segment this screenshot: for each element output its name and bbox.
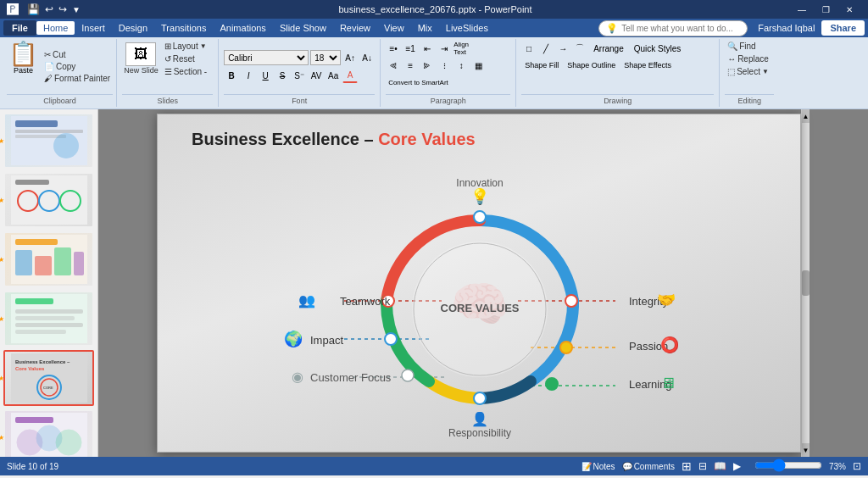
menu-design[interactable]: Design xyxy=(112,21,154,35)
paste-button[interactable]: 📋 Paste xyxy=(7,41,40,92)
cut-button[interactable]: ✂Cut xyxy=(42,49,113,60)
svg-rect-1 xyxy=(15,120,58,127)
menu-slideshow[interactable]: Slide Show xyxy=(273,21,333,35)
slide-title-red: Core Values xyxy=(378,130,476,148)
slide-thumb-8[interactable]: 8 ★ xyxy=(3,231,94,287)
status-right: 📝Notes 💬Comments ⊞ ⊟ 📖 ▶ 73% ⊡ xyxy=(581,459,862,473)
select-button[interactable]: ⬚Select▼ xyxy=(725,66,771,77)
svg-rect-19 xyxy=(15,316,75,320)
slide-thumb-7[interactable]: 7 ★ xyxy=(3,172,94,228)
numbering-btn[interactable]: ≡1 xyxy=(403,41,418,56)
find-button[interactable]: 🔍Find xyxy=(725,41,758,52)
view-slide-sorter-btn[interactable]: ⊟ xyxy=(698,460,707,472)
menu-mix[interactable]: Mix xyxy=(411,21,439,35)
svg-point-53 xyxy=(385,333,397,345)
shape-effects-btn[interactable]: Shape Effects xyxy=(620,58,675,73)
menu-view[interactable]: View xyxy=(377,21,411,35)
convert-smartart-btn[interactable]: Convert to SmartArt xyxy=(386,75,451,90)
align-center-btn[interactable]: ≡ xyxy=(403,58,418,73)
menu-review[interactable]: Review xyxy=(333,21,377,35)
strikethrough-button[interactable]: S xyxy=(275,68,290,83)
char-spacing-btn[interactable]: AV xyxy=(309,68,324,83)
font-family-select[interactable]: Calibri xyxy=(224,50,309,65)
tell-me-box[interactable]: 💡 xyxy=(598,20,748,36)
slide-thumb-11[interactable]: 11 ★ xyxy=(3,409,94,457)
shape-outline-btn[interactable]: Shape Outline xyxy=(564,58,619,73)
font-row1: Calibri 18 A↑ A↓ xyxy=(224,50,375,65)
bold-button[interactable]: B xyxy=(224,68,239,83)
italic-button[interactable]: I xyxy=(241,68,256,83)
view-slideshow-btn[interactable]: ▶ xyxy=(733,460,741,472)
font-label: Font xyxy=(224,94,375,105)
section-button[interactable]: ☰Section - xyxy=(162,66,209,77)
fit-slide-btn[interactable]: ⊡ xyxy=(853,460,861,472)
ribbon-content: 📋 Paste ✂Cut 📄Copy 🖌Format Painter Clipb… xyxy=(0,37,868,108)
comments-btn[interactable]: 💬Comments xyxy=(622,462,675,471)
close-btn[interactable]: ✕ xyxy=(837,0,861,19)
reset-button[interactable]: ↺Reset xyxy=(162,53,209,64)
user-name: Farshad Iqbal xyxy=(758,23,815,33)
notes-btn[interactable]: 📝Notes xyxy=(581,462,615,471)
line-spacing-btn[interactable]: ↕ xyxy=(453,58,469,73)
copy-button[interactable]: 📄Copy xyxy=(42,61,113,72)
view-normal-btn[interactable]: ⊞ xyxy=(682,459,692,473)
font-color-btn[interactable]: A xyxy=(342,68,358,83)
columns-btn[interactable]: ▦ xyxy=(470,58,486,73)
svg-text:CORE VALUES: CORE VALUES xyxy=(441,302,520,314)
slide-thumb-10[interactable]: 10 ★ Business Excellence – Core Values C… xyxy=(3,350,94,406)
menu-transitions[interactable]: Transitions xyxy=(154,21,213,35)
slide-thumb-9[interactable]: 9 ★ xyxy=(3,291,94,347)
increase-font-btn[interactable]: A↑ xyxy=(342,50,358,65)
arrange-btn[interactable]: Arrange xyxy=(589,41,628,56)
new-slide-button[interactable]: 🖼 New Slide xyxy=(122,41,160,76)
increase-indent-btn[interactable]: ⇥ xyxy=(437,41,452,56)
change-case-btn[interactable]: Aa xyxy=(326,68,341,83)
format-painter-button[interactable]: 🖌Format Painter xyxy=(42,73,113,84)
quick-styles-btn[interactable]: Quick Styles xyxy=(630,41,686,56)
menu-liveslides[interactable]: LiveSlides xyxy=(439,21,495,35)
slide-thumb-6[interactable]: 6 ★ xyxy=(3,113,94,169)
share-button[interactable]: Share xyxy=(821,20,865,36)
layout-button[interactable]: ⊞Layout▼ xyxy=(162,41,209,52)
app-body: 6 ★ 7 ★ xyxy=(0,109,868,457)
decrease-indent-btn[interactable]: ⇤ xyxy=(420,41,435,56)
vertical-scrollbar[interactable]: ▲ ▼ xyxy=(801,109,810,457)
shapes-btn[interactable]: □ xyxy=(521,41,537,56)
align-right-btn[interactable]: ⫸ xyxy=(420,58,435,73)
shape-fill-btn[interactable]: Shape Fill xyxy=(521,58,562,73)
slide-canvas[interactable]: Business Excellence – Core Values xyxy=(157,114,801,453)
customize-qa-btn[interactable]: ▼ xyxy=(72,5,81,14)
zoom-slider[interactable] xyxy=(754,461,822,471)
maximize-btn[interactable]: ❐ xyxy=(814,0,837,19)
slides-label: Slides xyxy=(122,94,213,105)
slide-panel: 6 ★ 7 ★ xyxy=(0,109,98,457)
underline-button[interactable]: U xyxy=(258,68,273,83)
save-qa-btn[interactable]: 💾 xyxy=(27,3,40,15)
redo-qa-btn[interactable]: ↪ xyxy=(58,3,67,15)
svg-text:👥: 👥 xyxy=(298,292,315,308)
menu-file[interactable]: File xyxy=(3,20,36,36)
svg-rect-17 xyxy=(15,298,53,304)
text-shadow-btn[interactable]: S⁻ xyxy=(292,68,307,83)
slides-group: 🖼 New Slide ⊞Layout▼ ↺Reset ☰Section - S… xyxy=(117,39,219,107)
undo-qa-btn[interactable]: ↩ xyxy=(45,3,53,15)
view-reading-btn[interactable]: 📖 xyxy=(714,460,726,472)
arrow-btn[interactable]: → xyxy=(555,41,570,56)
line-btn[interactable]: ╱ xyxy=(538,41,554,56)
zoom-range[interactable] xyxy=(754,461,822,470)
svg-rect-6 xyxy=(15,180,49,185)
bullets-btn[interactable]: ≡• xyxy=(386,41,401,56)
justify-btn[interactable]: ⫶ xyxy=(437,58,452,73)
menu-animations[interactable]: Animations xyxy=(213,21,272,35)
minimize-btn[interactable]: — xyxy=(790,0,814,19)
menu-insert[interactable]: Insert xyxy=(75,21,112,35)
align-left-btn[interactable]: ⫷ xyxy=(386,58,401,73)
replace-button[interactable]: ↔Replace xyxy=(725,53,771,64)
font-size-select[interactable]: 18 xyxy=(310,50,341,65)
svg-text:◉: ◉ xyxy=(292,370,303,384)
decrease-font-btn[interactable]: A↓ xyxy=(359,50,375,65)
connector-btn[interactable]: ⌒ xyxy=(572,41,587,56)
menu-home[interactable]: Home xyxy=(36,21,75,35)
text-direction-btn[interactable]: Align Text xyxy=(453,41,469,56)
tell-me-input[interactable] xyxy=(621,24,740,33)
